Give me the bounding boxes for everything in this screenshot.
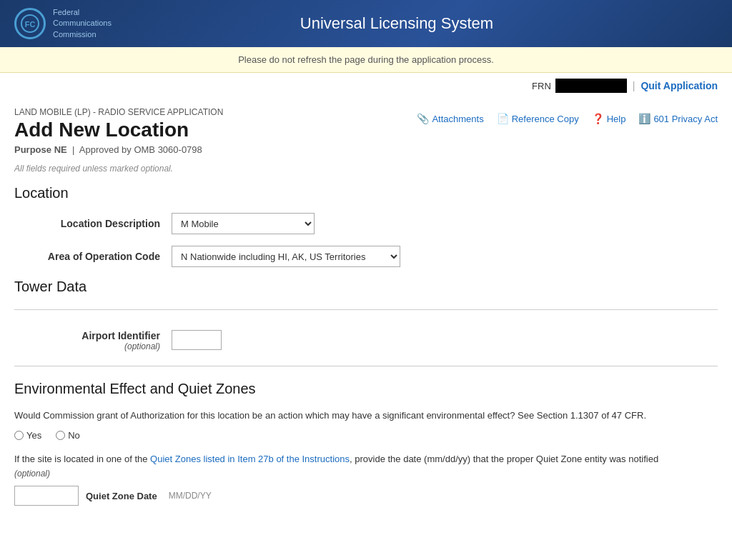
help-icon: ❓ [592,113,604,124]
yes-radio[interactable] [14,431,24,440]
reference-copy-label: Reference Copy [512,114,579,124]
no-label: No [68,430,80,441]
airport-identifier-input[interactable] [172,330,222,350]
privacy-icon: ℹ️ [638,113,651,124]
service-type: LAND MOBILE (LP) - RADIO SERVICE APPLICA… [14,107,223,117]
env-section: Environmental Effect and Quiet Zones Wou… [14,381,718,506]
purpose-separator: | [69,144,79,155]
tower-section-title: Tower Data [14,279,718,295]
page-header-left: LAND MOBILE (LP) - RADIO SERVICE APPLICA… [14,107,223,155]
header-links: 📎 Attachments 📄 Reference Copy ❓ Help ℹ️… [417,107,718,124]
divider-pipe: | [633,80,635,91]
no-radio-option[interactable]: No [56,430,80,441]
location-section-title: Location [14,185,718,201]
attachments-label: Attachments [432,114,483,124]
airport-identifier-optional: (optional) [14,341,160,351]
notice-bar: Please do not refresh the page during th… [0,47,732,73]
tower-section: Tower Data Airport Identifier (optional) [14,279,718,351]
env-section-title: Environmental Effect and Quiet Zones [14,381,718,397]
app-title: Universal Licensing System [133,14,661,33]
yes-radio-option[interactable]: Yes [14,430,41,441]
required-note: All fields required unless marked option… [14,161,718,174]
quiet-zone-text: If the site is located in one of the Qui… [14,452,718,466]
header: FC Federal Communications Commission Uni… [0,0,732,47]
quiet-zone-date-label: Quiet Zone Date [86,491,157,501]
privacy-act-link[interactable]: ℹ️ 601 Privacy Act [638,113,718,124]
quiet-zone-date-input[interactable] [14,486,79,506]
action-bar: FRN | Quit Application [0,73,732,99]
frn-value [555,79,627,93]
svg-text:FC: FC [25,20,36,29]
purpose-line: Purpose NE | Approved by OMB 3060-0798 [14,144,223,155]
help-label: Help [607,114,626,124]
location-description-label: Location Description [14,218,172,229]
area-of-operation-label: Area of Operation Code [14,251,172,262]
form-area: All fields required unless marked option… [0,161,732,506]
fcc-logo: FC Federal Communications Commission [14,7,112,40]
airport-identifier-label: Airport Identifier (optional) [14,330,172,351]
location-description-row: Location Description M Mobile F Fixed I … [14,213,718,234]
area-of-operation-select[interactable]: N Nationwide including HI, AK, US Territ… [172,246,400,267]
quiet-zone-optional: (optional) [14,469,718,479]
location-description-select[interactable]: M Mobile F Fixed I Itinerant [172,213,315,234]
yes-label: Yes [26,430,41,441]
attachments-link[interactable]: 📎 Attachments [417,113,483,124]
fcc-logo-icon: FC [14,8,46,39]
no-radio[interactable] [56,431,65,440]
frn-label: FRN [532,81,551,91]
env-question: Would Commission grant of Authorization … [14,409,718,423]
area-of-operation-row: Area of Operation Code N Nationwide incl… [14,246,718,267]
location-section: Location Location Description M Mobile F… [14,185,718,267]
quit-application-button[interactable]: Quit Application [640,80,718,91]
reference-copy-icon: 📄 [497,113,509,124]
env-divider [14,366,718,366]
quiet-zone-input-row: Quiet Zone Date MM/DD/YY [14,486,718,506]
attachments-icon: 📎 [417,113,429,124]
tower-divider [14,309,718,310]
purpose-label: Purpose [14,144,54,155]
reference-copy-link[interactable]: 📄 Reference Copy [497,113,579,124]
quiet-zones-link[interactable]: Quiet Zones listed in Item 27b of the In… [150,454,350,464]
airport-identifier-row: Airport Identifier (optional) [14,324,718,351]
page-header: LAND MOBILE (LP) - RADIO SERVICE APPLICA… [0,99,732,161]
omb-text: Approved by OMB 3060-0798 [79,144,202,155]
env-radio-group: Yes No [14,430,718,441]
notice-text: Please do not refresh the page during th… [238,54,494,65]
privacy-act-label: 601 Privacy Act [653,114,718,124]
quiet-zone-date-placeholder: MM/DD/YY [169,491,212,501]
page-title: Add New Location [14,119,223,141]
purpose-code: NE [54,144,67,155]
help-link[interactable]: ❓ Help [592,113,626,124]
fcc-name: Federal Communications Commission [53,7,112,40]
